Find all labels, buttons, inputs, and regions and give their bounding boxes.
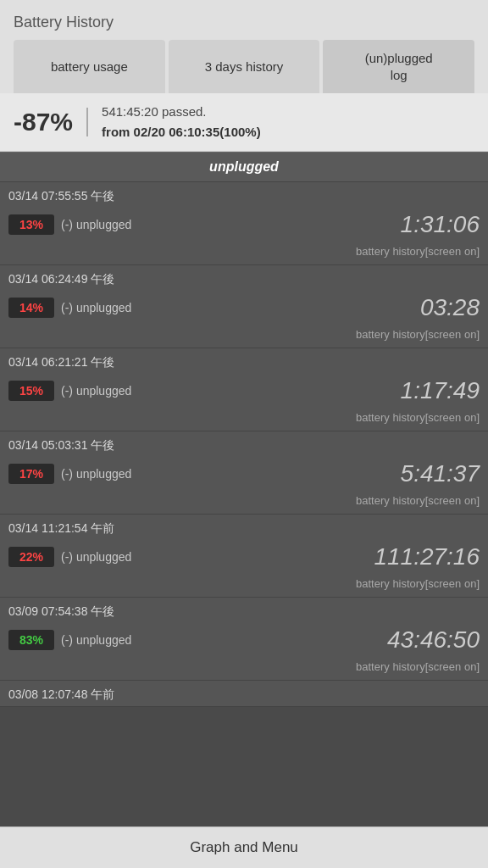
entry-duration: 1:17:49 — [401, 377, 480, 404]
tab-bar: battery usage 3 days history (un)plugged… — [14, 40, 474, 93]
entry-badge: 17% — [8, 464, 54, 484]
entry-group: 03/14 06:24:49 午後14%(-) unplugged03:28ba… — [0, 265, 488, 348]
tab-unplugged-log[interactable]: (un)pluggedlog — [323, 40, 474, 93]
entry-badge: 15% — [8, 381, 54, 401]
entry-row: 22%(-) unplugged111:27:16 — [0, 540, 488, 574]
summary-details: 541:45:20 passed. from 02/20 06:10:35(10… — [102, 102, 261, 142]
entry-group: 03/08 12:07:48 午前 — [0, 681, 488, 707]
entry-sub: battery history[screen on] — [0, 325, 488, 348]
entries-container: 03/14 07:55:55 午後13%(-) unplugged1:31:06… — [0, 182, 488, 707]
entry-sub: battery history[screen on] — [0, 574, 488, 597]
entry-group: 03/14 11:21:54 午前22%(-) unplugged111:27:… — [0, 515, 488, 598]
entry-action: (-) unplugged — [61, 301, 413, 314]
entry-group: 03/09 07:54:38 午後83%(-) unplugged43:46:5… — [0, 598, 488, 681]
summary-passed: 541:45:20 passed. — [102, 102, 261, 122]
bottom-bar[interactable]: Graph and Menu — [0, 826, 488, 868]
entry-row: 15%(-) unplugged1:17:49 — [0, 374, 488, 408]
entry-sub: battery history[screen on] — [0, 657, 488, 680]
tab-days-history[interactable]: 3 days history — [169, 40, 320, 93]
entry-badge: 83% — [8, 630, 54, 650]
entry-timestamp: 03/14 11:21:54 午前 — [0, 515, 488, 540]
entry-sub: battery history[screen on] — [0, 408, 488, 431]
entry-duration: 03:28 — [420, 294, 480, 321]
entry-sub: battery history[screen on] — [0, 242, 488, 264]
entry-sub: battery history[screen on] — [0, 491, 488, 514]
header: Battery History battery usage 3 days his… — [0, 0, 488, 93]
entry-badge: 22% — [8, 547, 54, 567]
entry-badge: 14% — [8, 298, 54, 318]
entry-action: (-) unplugged — [61, 633, 380, 647]
entry-timestamp: 03/14 06:21:21 午後 — [0, 348, 488, 374]
entry-row: 13%(-) unplugged1:31:06 — [0, 208, 488, 242]
entry-group: 03/14 05:03:31 午後17%(-) unplugged5:41:37… — [0, 431, 488, 515]
entry-duration: 111:27:16 — [374, 543, 480, 570]
summary-from: from 02/20 06:10:35(100%) — [102, 122, 261, 142]
entry-duration: 5:41:37 — [401, 460, 480, 487]
tab-battery-usage[interactable]: battery usage — [14, 40, 165, 93]
entry-timestamp: 03/14 07:55:55 午後 — [0, 182, 488, 208]
entry-timestamp: 03/14 06:24:49 午後 — [0, 265, 488, 291]
entry-group: 03/14 06:21:21 午後15%(-) unplugged1:17:49… — [0, 348, 488, 431]
entry-badge: 13% — [8, 214, 54, 235]
entry-duration: 43:46:50 — [387, 626, 480, 654]
summary-percent: -87% — [14, 108, 88, 136]
entry-duration: 1:31:06 — [401, 211, 480, 238]
entry-row: 83%(-) unplugged43:46:50 — [0, 623, 488, 657]
entry-timestamp: 03/08 12:07:48 午前 — [0, 681, 488, 706]
entry-action: (-) unplugged — [61, 384, 394, 398]
entry-action: (-) unplugged — [61, 218, 394, 231]
entry-row: 17%(-) unplugged5:41:37 — [0, 457, 488, 491]
entry-timestamp: 03/09 07:54:38 午後 — [0, 598, 488, 623]
section-header: unplugged — [0, 152, 488, 182]
entry-action: (-) unplugged — [61, 467, 394, 481]
entry-timestamp: 03/14 05:03:31 午後 — [0, 431, 488, 457]
entry-action: (-) unplugged — [61, 550, 367, 564]
entry-group: 03/14 07:55:55 午後13%(-) unplugged1:31:06… — [0, 182, 488, 265]
entry-row: 14%(-) unplugged03:28 — [0, 291, 488, 325]
page-title: Battery History — [14, 8, 474, 40]
summary-bar: -87% 541:45:20 passed. from 02/20 06:10:… — [0, 93, 488, 152]
